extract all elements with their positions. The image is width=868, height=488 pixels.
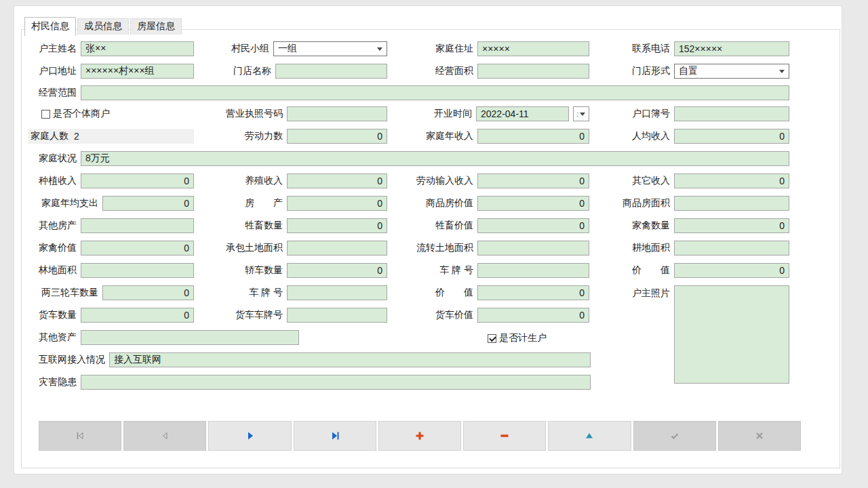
record-navigator: [39, 421, 801, 451]
insert-record-icon: [414, 430, 425, 441]
livestock-value-label: 牲畜价值: [435, 220, 473, 232]
hukou-book-no-label: 户口簿号: [632, 108, 670, 120]
commodity-house-area-label: 商品房面积: [623, 197, 670, 209]
other-assets-input[interactable]: [81, 330, 299, 345]
owner-name-label: 户主姓名: [39, 43, 77, 55]
other-property-input[interactable]: [81, 218, 194, 233]
business-scope-input[interactable]: [81, 85, 789, 100]
form-row: 灾害隐患: [28, 375, 591, 390]
form-row: 家禽价值0 承包土地面积 流转土地面积 耕地面积: [28, 241, 789, 256]
form-row: 是否个体商户 营业执照号码 开业时间2022-04-11: 户口簿号: [28, 106, 789, 121]
car-value-input[interactable]: 0: [674, 263, 789, 278]
poultry-value-input[interactable]: 0: [81, 241, 194, 256]
forest-area-input[interactable]: [81, 263, 194, 278]
tricycle-value-input[interactable]: 0: [477, 285, 589, 300]
calendar-icon: :: [577, 110, 579, 118]
next-record-icon: [245, 430, 256, 441]
shop-type-label: 门店形式: [632, 65, 670, 77]
disaster-risk-label: 灾害隐患: [39, 376, 77, 388]
home-address-input[interactable]: ×××××: [477, 41, 589, 56]
form-window: 村民信息 成员信息 房屋信息 户主姓名张×× 村民小组一组 家庭住址××××× …: [14, 5, 842, 474]
labor-count-input[interactable]: 0: [287, 129, 387, 144]
opening-date-label: 开业时间: [434, 108, 472, 120]
car-plate-input[interactable]: [477, 263, 589, 278]
truck-value-input[interactable]: 0: [477, 308, 589, 323]
nav-last-button[interactable]: [294, 421, 376, 451]
phone-input[interactable]: 152×××××: [674, 41, 789, 56]
select-value: 自置: [679, 65, 698, 77]
form-row: 家庭年均支出0 房 产0 商品房价值0 商品房面积: [28, 196, 789, 211]
car-value-label: 价 值: [632, 264, 670, 277]
nav-insert-button[interactable]: [378, 421, 461, 451]
truck-count-label: 货车数量: [39, 309, 77, 321]
hukou-book-no-input[interactable]: [674, 106, 789, 121]
truck-plate-input[interactable]: [287, 308, 387, 323]
poultry-count-input[interactable]: 0: [674, 218, 789, 233]
commodity-house-area-input[interactable]: [674, 196, 789, 211]
tricycle-count-input[interactable]: 0: [102, 285, 194, 300]
transferred-land-area-input[interactable]: [477, 241, 589, 256]
annual-expense-input[interactable]: 0: [102, 196, 194, 211]
owner-name-input[interactable]: 张××: [81, 41, 194, 56]
arable-land-area-input[interactable]: [674, 241, 789, 256]
contracted-land-area-label: 承包土地面积: [226, 242, 283, 254]
breeding-income-label: 养殖收入: [245, 175, 283, 187]
labor-income-input[interactable]: 0: [477, 174, 589, 188]
livestock-count-input[interactable]: 0: [287, 218, 387, 233]
family-planning-checkbox[interactable]: [488, 334, 496, 343]
real-estate-input[interactable]: 0: [287, 196, 387, 211]
per-capita-income-label: 人均收入: [632, 130, 670, 142]
select-value: 一组: [278, 43, 297, 55]
livestock-count-label: 牲畜数量: [245, 220, 283, 232]
tricycle-plate-input[interactable]: [287, 285, 387, 300]
form-row: 种植收入0 养殖收入0 劳动输入收入0 其它收入0: [28, 174, 789, 188]
form-row: 林地面积 轿车数量0 车 牌 号 价 值0: [28, 263, 789, 278]
owner-photo-label: 户主照片: [589, 285, 670, 384]
delete-record-icon: [499, 430, 510, 441]
opening-date-input[interactable]: 2022-04-11: [476, 106, 569, 121]
nav-edit-button[interactable]: [548, 421, 631, 451]
annual-expense-label: 家庭年均支出: [41, 197, 98, 209]
breeding-income-input[interactable]: 0: [287, 174, 387, 188]
business-area-input[interactable]: [477, 64, 589, 79]
owner-photo-box[interactable]: [674, 285, 789, 384]
shop-name-input[interactable]: [275, 64, 387, 79]
individual-business-checkbox[interactable]: [41, 110, 50, 119]
chevron-down-icon: [580, 113, 585, 116]
license-no-input[interactable]: [287, 106, 387, 121]
app-background: 村民信息 成员信息 房屋信息 户主姓名张×× 村民小组一组 家庭住址××××× …: [0, 0, 868, 488]
form-row: 互联网接入情况接入互联网: [28, 352, 591, 367]
arable-land-area-label: 耕地面积: [632, 242, 670, 254]
livestock-value-input[interactable]: 0: [477, 218, 589, 233]
internet-access-input[interactable]: 接入互联网: [109, 352, 591, 367]
prior-record-icon: [159, 430, 170, 441]
other-property-label: 其他房产: [39, 220, 77, 232]
tricycle-value-label: 价 值: [435, 287, 473, 299]
planting-income-input[interactable]: 0: [81, 174, 194, 188]
date-picker-button[interactable]: :: [573, 106, 589, 121]
nav-delete-button[interactable]: [463, 421, 546, 451]
chevron-down-icon: [377, 47, 382, 51]
nav-next-button[interactable]: [208, 421, 291, 451]
poultry-count-label: 家禽数量: [632, 220, 670, 232]
contracted-land-area-input[interactable]: [287, 241, 387, 256]
annual-income-label: 家庭年收入: [426, 130, 473, 142]
other-income-input[interactable]: 0: [674, 174, 789, 188]
tab-house-info[interactable]: 房屋信息: [130, 18, 182, 35]
family-status-input[interactable]: 8万元: [81, 151, 789, 166]
shop-type-select[interactable]: 自置: [674, 64, 789, 79]
cancel-edit-icon: [754, 430, 765, 441]
commodity-house-value-input[interactable]: 0: [477, 196, 589, 211]
truck-plate-label: 货车车牌号: [235, 309, 283, 321]
disaster-risk-input[interactable]: [81, 375, 591, 390]
truck-count-input[interactable]: 0: [81, 308, 194, 323]
village-group-select[interactable]: 一组: [273, 41, 387, 56]
shop-name-label: 门店名称: [233, 65, 271, 77]
registered-address-input[interactable]: ××××××村×××组: [81, 64, 194, 79]
tab-member-info[interactable]: 成员信息: [77, 18, 129, 35]
car-count-input[interactable]: 0: [287, 263, 387, 278]
nav-cancel-button: [718, 421, 801, 451]
annual-income-input[interactable]: 0: [477, 129, 589, 144]
tab-villager-info[interactable]: 村民信息: [24, 17, 76, 36]
per-capita-income-input[interactable]: 0: [674, 129, 789, 144]
